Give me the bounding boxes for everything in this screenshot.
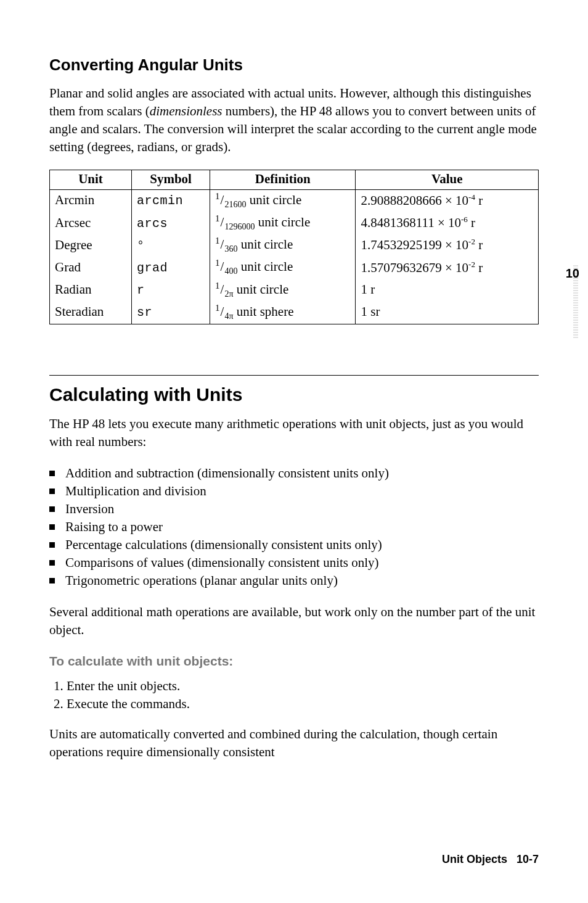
cell-unit: Arcmin xyxy=(50,189,132,212)
section-heading-converting: Converting Angular Units xyxy=(49,56,539,75)
exponent: -2 xyxy=(468,260,475,269)
cell-value: 1.57079632679 × 10-2 r xyxy=(356,257,539,279)
fraction: 1/4π xyxy=(215,303,233,321)
exponent: -2 xyxy=(468,237,475,246)
section2-paragraph2: Several additional math operations are a… xyxy=(49,603,539,639)
operations-list: Addition and subtraction (dimensionally … xyxy=(49,464,539,590)
cell-value: 4.8481368111 × 10-6 r xyxy=(356,212,539,234)
fraction: 1/2π xyxy=(215,281,233,299)
symbol-text: sr xyxy=(137,305,152,320)
section-rule xyxy=(49,375,539,376)
fraction: 1/400 xyxy=(215,258,237,276)
symbol-text: arcmin xyxy=(137,194,183,208)
cell-symbol: arcmin xyxy=(132,189,210,212)
cell-unit: Degree xyxy=(50,234,132,257)
cell-definition: 1/2π unit circle xyxy=(210,279,356,302)
symbol-text: ° xyxy=(137,239,145,253)
list-item: Comparisons of values (dimensionally con… xyxy=(49,554,539,572)
cell-symbol: arcs xyxy=(132,212,210,234)
symbol-text: grad xyxy=(137,261,168,275)
fraction: 1/21600 xyxy=(215,191,246,210)
section2-paragraph3: Units are automatically converted and co… xyxy=(49,725,539,761)
section1-paragraph: Planar and solid angles are associated w… xyxy=(49,85,539,156)
footer-page-number: 10-7 xyxy=(517,853,539,865)
list-item: Inversion xyxy=(49,500,539,518)
section1-para-italic: dimensionless xyxy=(150,104,223,118)
th-unit: Unit xyxy=(50,170,132,189)
table-row: Arcsecarcs1/1296000 unit circle4.8481368… xyxy=(50,212,539,234)
list-item: Raising to a power xyxy=(49,518,539,536)
cell-definition: 1/4π unit sphere xyxy=(210,302,356,324)
page-footer: Unit Objects 10-7 xyxy=(442,853,539,866)
section2-paragraph1: The HP 48 lets you execute many arithmet… xyxy=(49,415,539,451)
section-heading-calculating: Calculating with Units xyxy=(49,384,539,405)
angular-units-table: Unit Symbol Definition Value Arcminarcmi… xyxy=(49,170,539,324)
table-header-row: Unit Symbol Definition Value xyxy=(50,170,539,189)
symbol-text: arcs xyxy=(137,216,168,231)
fraction: 1/360 xyxy=(215,236,237,254)
cell-definition: 1/21600 unit circle xyxy=(210,189,356,212)
margin-chapter-number: 10 xyxy=(566,266,579,281)
th-definition: Definition xyxy=(210,170,356,189)
fraction: 1/1296000 xyxy=(215,213,255,232)
list-item: Percentage calculations (dimensionally c… xyxy=(49,536,539,554)
table-row: Arcminarcmin1/21600 unit circle2.9088820… xyxy=(50,189,539,212)
cell-definition: 1/400 unit circle xyxy=(210,257,356,279)
cell-value: 1.74532925199 × 10-2 r xyxy=(356,234,539,257)
th-symbol: Symbol xyxy=(132,170,210,189)
cell-value: 1 sr xyxy=(356,302,539,324)
exponent: -6 xyxy=(461,215,468,224)
cell-value: 2.90888208666 × 10-4 r xyxy=(356,189,539,212)
table-row: Gradgrad1/400 unit circle1.57079632679 ×… xyxy=(50,257,539,279)
step-item: Enter the unit objects. xyxy=(67,677,539,695)
symbol-text: r xyxy=(137,283,145,297)
footer-section-name: Unit Objects xyxy=(442,853,507,865)
cell-symbol: ° xyxy=(132,234,210,257)
table-row: Radianr1/2π unit circle1 r xyxy=(50,279,539,302)
procedure-subhead: To calculate with unit objects: xyxy=(49,654,539,669)
cell-value: 1 r xyxy=(356,279,539,302)
cell-symbol: r xyxy=(132,279,210,302)
table-row: Degree°1/360 unit circle1.74532925199 × … xyxy=(50,234,539,257)
cell-unit: Steradian xyxy=(50,302,132,324)
list-item: Multiplication and division xyxy=(49,482,539,500)
cell-definition: 1/1296000 unit circle xyxy=(210,212,356,234)
page: 10 Converting Angular Units Planar and s… xyxy=(0,0,588,903)
list-item: Addition and subtraction (dimensionally … xyxy=(49,464,539,482)
cell-unit: Arcsec xyxy=(50,212,132,234)
step-item: Execute the commands. xyxy=(67,695,539,713)
cell-unit: Grad xyxy=(50,257,132,279)
procedure-steps: Enter the unit objects.Execute the comma… xyxy=(49,677,539,713)
exponent: -4 xyxy=(468,192,475,202)
cell-symbol: sr xyxy=(132,302,210,324)
th-value: Value xyxy=(356,170,539,189)
cell-unit: Radian xyxy=(50,279,132,302)
cell-symbol: grad xyxy=(132,257,210,279)
table-row: Steradiansr1/4π unit sphere1 sr xyxy=(50,302,539,324)
cell-definition: 1/360 unit circle xyxy=(210,234,356,257)
list-item: Trigonometric operations (planar angular… xyxy=(49,572,539,590)
